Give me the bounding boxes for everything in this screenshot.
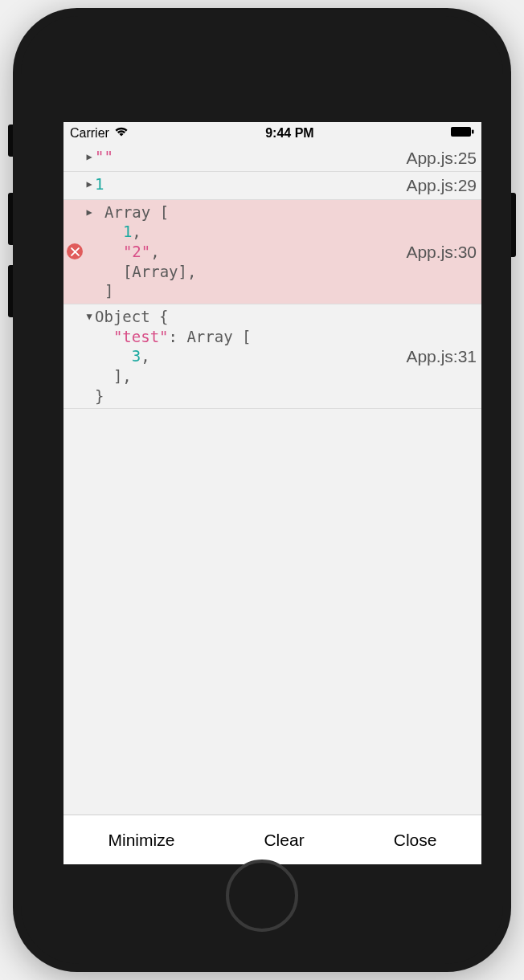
clock: 9:44 PM: [265, 126, 313, 141]
log-source[interactable]: App.js:29: [406, 174, 477, 196]
power-button[interactable]: [511, 193, 516, 257]
minimize-button[interactable]: Minimize: [92, 823, 191, 857]
log-row[interactable]: ▶ 1 App.js:29: [63, 172, 481, 199]
disclosure-right-icon[interactable]: ▶: [84, 202, 95, 219]
log-list[interactable]: ▶ "" App.js:25 ▶ 1 App.js:29: [63, 145, 481, 815]
log-content: Array [ 1, "2", [Array], ]: [95, 202, 196, 301]
console-toolbar: Minimize Clear Close: [63, 815, 481, 864]
home-button[interactable]: [226, 860, 298, 932]
disclosure-right-icon[interactable]: ▶: [84, 147, 95, 164]
volume-up-button[interactable]: [8, 193, 13, 245]
log-row-error[interactable]: ▶ Array [ 1, "2", [Array], ] App.js:30: [63, 200, 481, 304]
svg-rect-1: [472, 130, 474, 134]
log-source[interactable]: App.js:31: [406, 345, 477, 367]
log-value: 1: [95, 175, 104, 193]
console-panel: ▶ "" App.js:25 ▶ 1 App.js:29: [63, 145, 481, 864]
battery-icon: [451, 126, 475, 141]
carrier-label: Carrier: [70, 126, 109, 141]
screen: Carrier 9:44 PM: [63, 122, 481, 864]
disclosure-right-icon[interactable]: ▶: [84, 174, 95, 191]
log-row[interactable]: ▶ "" App.js:25: [63, 145, 481, 172]
log-value: "": [95, 148, 113, 165]
close-button[interactable]: Close: [378, 823, 453, 857]
log-source[interactable]: App.js:25: [406, 147, 477, 169]
disclosure-down-icon[interactable]: ▼: [84, 307, 95, 324]
phone-frame: Carrier 9:44 PM: [13, 8, 511, 972]
svg-rect-0: [451, 127, 471, 137]
volume-down-button[interactable]: [8, 265, 13, 317]
status-bar: Carrier 9:44 PM: [63, 122, 481, 145]
clear-button[interactable]: Clear: [248, 823, 320, 857]
error-icon: [67, 243, 83, 259]
wifi-icon: [114, 126, 129, 141]
log-content: Object { "test": Array [ 3, ], }: [95, 307, 252, 406]
mute-switch[interactable]: [8, 125, 13, 157]
log-source[interactable]: App.js:30: [406, 241, 477, 263]
log-row[interactable]: ▼ Object { "test": Array [ 3, ], } App.j…: [63, 304, 481, 409]
